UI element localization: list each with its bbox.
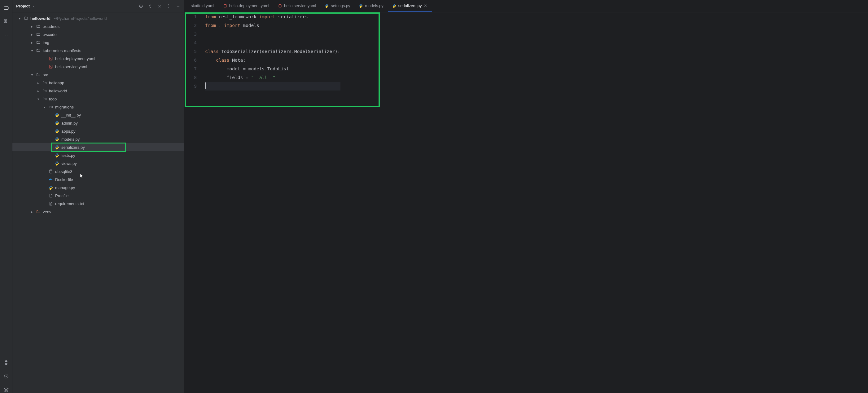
close-tab-icon[interactable]: ✕ [424,4,428,8]
project-view-icon[interactable] [3,5,9,11]
tree-item-init[interactable]: __init__.py [12,111,184,119]
folder-icon [36,40,41,45]
python-file-icon [48,185,53,190]
python-file-icon [55,153,60,158]
chevron-right-icon[interactable]: ▸ [30,40,34,44]
editor-area: skaffold.yaml hello.deployment.yaml hell… [185,0,868,393]
tree-item-hello-service[interactable]: hello.service.yaml [12,63,184,71]
tree-item-dockerfile[interactable]: Dockerfile [12,175,184,183]
svg-point-12 [45,98,46,99]
tree-item-apps[interactable]: apps.py [12,127,184,135]
tree-item-k8s[interactable]: ▾kubernetes-manifests [12,47,184,55]
tree-item-label: src [43,72,48,77]
more-icon[interactable]: ··· [3,32,9,38]
tree-item-helloapp[interactable]: ▸helloapp [12,79,184,87]
tree-item-migrations[interactable]: ▸migrations [12,103,184,111]
tree-item-label: manage.py [55,185,75,190]
tree-item-label: __init__.py [61,113,81,118]
tree-item-admin[interactable]: admin.py [12,119,184,127]
locate-icon[interactable] [138,4,144,9]
chevron-right-icon[interactable]: ▸ [30,210,34,214]
tab-settings[interactable]: settings.py [320,0,354,12]
svg-rect-19 [224,4,226,7]
tree-root[interactable]: ▾ helloworld ~/PycharmProjects/helloworl… [12,14,184,22]
svg-rect-2 [6,20,7,21]
tab-label: models.py [365,3,383,8]
svg-point-7 [141,6,141,6]
line-number-gutter: 1 2 3 4 5 6 7 8 9 [185,12,202,91]
folder-icon [36,32,41,37]
tab-label: serializers.py [398,3,422,8]
tree-item-label: hello.service.yaml [55,64,87,69]
chevron-down-icon[interactable]: ▾ [30,72,34,77]
close-panel-icon[interactable] [157,4,162,9]
tab-serializers[interactable]: serializers.py✕ [388,0,432,12]
structure-icon[interactable] [3,19,9,25]
tree-item-src[interactable]: ▾src [12,71,184,79]
chevron-down-icon[interactable] [32,4,35,8]
tab-hello-service[interactable]: hello.service.yaml [274,0,320,12]
tree-item-models[interactable]: models.py [12,135,184,143]
services-icon[interactable] [3,373,9,380]
stack-icon[interactable] [3,387,9,393]
chevron-right-icon[interactable]: ▸ [36,81,40,85]
tab-hello-deployment[interactable]: hello.deployment.yaml [219,0,274,12]
tab-skaffold[interactable]: skaffold.yaml [186,0,219,12]
line-number: 2 [185,21,197,30]
line-number: 3 [185,30,197,38]
project-panel-title[interactable]: Project [16,4,30,8]
text-file-icon [48,201,53,206]
tree-item-hello-deployment[interactable]: hello.deployment.yaml [12,55,184,63]
chevron-right-icon[interactable]: ▸ [30,32,34,37]
code-content[interactable]: from rest_framework import serializers f… [202,12,340,91]
tree-item-label: .readmes [43,24,60,29]
expand-collapse-icon[interactable] [148,4,153,9]
tree-item-procfile[interactable]: Procfile [12,191,184,200]
tree-item-db[interactable]: db.sqlite3 [12,168,184,175]
code-line: class TodoSerializer(serializers.ModelSe… [205,47,340,56]
tree-item-tests[interactable]: tests.py [12,151,184,159]
code-line [205,30,340,38]
tree-item-todo[interactable]: ▾todo [12,95,184,103]
docker-file-icon [48,177,53,182]
package-folder-icon [48,104,53,110]
chevron-down-icon[interactable]: ▾ [17,16,22,21]
tree-item-img[interactable]: ▸img [12,38,184,47]
tab-models[interactable]: models.py [354,0,388,12]
tree-item-serializers[interactable]: serializers.py [12,143,184,151]
project-panel-header: Project ··· [12,0,184,12]
chevron-right-icon[interactable]: ▸ [30,24,34,29]
tree-item-helloworld-pkg[interactable]: ▸helloworld [12,87,184,95]
chevron-down-icon[interactable]: ▾ [36,97,40,101]
chevron-down-icon[interactable]: ▾ [30,48,34,53]
code-line: from . import models [205,21,340,30]
tree-item-readmes[interactable]: ▸.readmes [12,22,184,30]
tab-label: settings.py [331,3,350,8]
chevron-right-icon[interactable]: ▸ [42,105,46,109]
code-line: fields = "__all__" [205,73,340,82]
tree-item-label: kubernetes-manifests [43,48,81,53]
python-file-icon [55,129,60,133]
tree-item-label: helloapp [49,81,64,85]
chevron-right-icon[interactable]: ▸ [36,89,40,93]
folder-icon [24,16,29,21]
code-editor[interactable]: 1 2 3 4 5 6 7 8 9 from rest_framework im… [185,12,868,393]
database-file-icon [48,169,53,174]
python-console-icon[interactable] [3,360,9,366]
tree-item-requirements[interactable]: requirements.txt [12,200,184,208]
code-line: from rest_framework import serializers [205,12,340,21]
tree-item-vscode[interactable]: ▸.vscode [12,30,184,38]
line-number: 9 [185,82,197,91]
more-options-icon[interactable]: ··· [166,4,171,9]
minimize-panel-icon[interactable] [176,4,181,9]
package-folder-icon [42,80,47,85]
project-tree[interactable]: ▾ helloworld ~/PycharmProjects/helloworl… [12,12,184,393]
svg-rect-18 [50,179,51,179]
tree-item-label: serializers.py [61,145,85,150]
line-number: 4 [185,38,197,47]
tree-item-label: todo [49,97,57,101]
tree-item-manage[interactable]: manage.py [12,183,184,191]
code-line [205,38,340,47]
tree-item-views[interactable]: views.py [12,159,184,168]
tree-item-venv[interactable]: ▸venv [12,208,184,216]
